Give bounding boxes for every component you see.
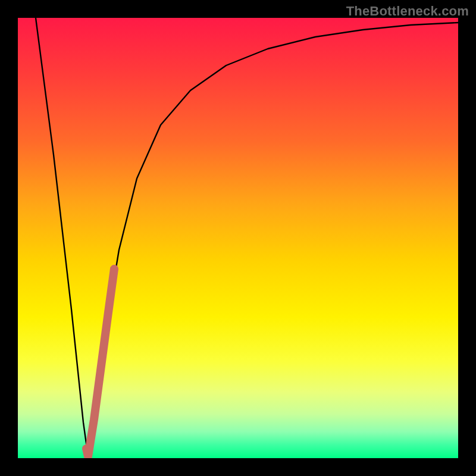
plot-area xyxy=(18,18,458,458)
chart-frame: TheBottleneck.com xyxy=(0,0,476,476)
chart-svg xyxy=(18,18,458,458)
accent-segment xyxy=(86,269,114,456)
watermark-text: TheBottleneck.com xyxy=(346,4,469,19)
